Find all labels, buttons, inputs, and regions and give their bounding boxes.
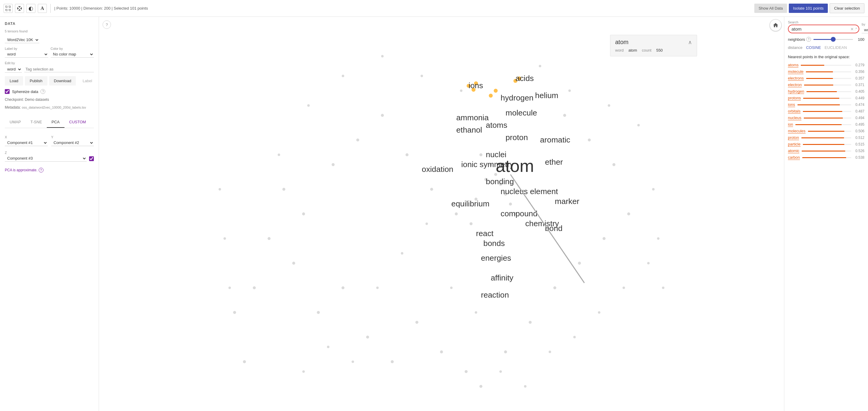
nearest-word-14[interactable]: carbon	[788, 155, 800, 160]
nearest-bar-wrap-11	[801, 138, 851, 138]
tag-input[interactable]	[24, 66, 94, 72]
edit-by-select[interactable]: word	[5, 66, 22, 72]
pca-help-icon[interactable]: ?	[39, 168, 43, 173]
svg-point-34	[302, 370, 305, 373]
metadata-value: oss_data/word2vec_10000_200d_labels.tsv	[22, 106, 86, 109]
nearest-bar-wrap-1	[806, 71, 851, 72]
by-select[interactable]: word	[862, 27, 868, 33]
tab-custom[interactable]: CUSTOM	[64, 117, 91, 128]
svg-point-13	[302, 212, 305, 215]
nearest-word-2[interactable]: electrons	[788, 76, 804, 81]
neighbors-help-icon[interactable]: ?	[806, 37, 811, 42]
neighbors-value: 100	[856, 37, 864, 42]
publish-button[interactable]: Publish	[25, 76, 48, 86]
nearest-word-3[interactable]: electron	[788, 83, 802, 87]
sphereize-checkbox[interactable]	[5, 89, 9, 94]
label-icon[interactable]: A	[38, 4, 47, 13]
tab-tsne[interactable]: T-SNE	[26, 117, 47, 128]
svg-point-4	[342, 286, 345, 289]
nearest-word-1[interactable]: molecule	[788, 69, 804, 74]
contrast-icon[interactable]: ◐	[26, 4, 35, 13]
atom-popup-word-key: word	[615, 48, 624, 53]
nearest-word-13[interactable]: atomic	[788, 148, 799, 153]
component-grid: X Component #1 Y Component #2	[5, 135, 94, 146]
y-label: Y	[51, 135, 94, 139]
distance-cosine[interactable]: COSINE	[806, 45, 821, 50]
svg-point-80	[657, 237, 659, 240]
word-oxidation: oxidation	[422, 165, 453, 174]
nearest-word-10[interactable]: molecules	[788, 129, 806, 134]
nearest-word-4[interactable]: hydrogen	[788, 89, 804, 94]
night-mode-icon[interactable]	[15, 4, 24, 13]
x-label: X	[5, 135, 48, 139]
z-checkbox[interactable]	[89, 156, 94, 161]
nearest-word-0[interactable]: atoms	[788, 63, 798, 67]
nearest-bar-wrap-10	[808, 131, 851, 132]
sphereize-help-icon[interactable]: ?	[40, 89, 45, 94]
nearest-score-8: 0.494	[854, 116, 864, 120]
show-all-button[interactable]: Show All Data	[754, 4, 787, 13]
svg-point-8	[268, 237, 271, 240]
svg-point-49	[278, 154, 280, 156]
nearest-bar-0	[801, 65, 824, 66]
selection-icon[interactable]	[4, 4, 12, 13]
svg-point-48	[647, 262, 650, 264]
topbar-right: Show All Data Isolate 101 points Clear s…	[754, 3, 864, 13]
nearest-item: electron 0.371	[788, 83, 864, 87]
neighbors-slider[interactable]	[813, 39, 853, 40]
word-ethanol: ethanol	[456, 125, 482, 135]
word-atom: atom	[496, 156, 534, 176]
tensors-found: 5 tensors found	[5, 29, 94, 33]
word-bonds: bonds	[484, 239, 505, 248]
checkpoint-row: Checkpoint: Demo datasets	[5, 97, 94, 102]
scatter-plot[interactable]: .dot { fill: rgba(150,150,150,0.35); } .…	[99, 17, 784, 411]
search-clear-icon[interactable]: ✕	[850, 26, 855, 32]
nearest-word-7[interactable]: orbitals	[788, 109, 801, 114]
nearest-word-8[interactable]: nucleus	[788, 116, 801, 120]
nearest-item: hydrogen 0.405	[788, 89, 864, 94]
svg-point-29	[233, 311, 236, 314]
isolate-button[interactable]: Isolate 101 points	[789, 4, 828, 13]
nearest-bar-11	[801, 138, 844, 138]
x-select[interactable]: Component #1	[5, 140, 48, 146]
atom-popup-count-key: count	[642, 48, 651, 53]
svg-point-54	[460, 89, 463, 92]
z-select[interactable]: Component #3	[5, 155, 87, 162]
pca-approximate-row: PCA is approximate. ?	[5, 168, 94, 173]
dataset-select[interactable]: Word2Vec 10K	[5, 37, 39, 43]
nearest-word-6[interactable]: ions	[788, 102, 795, 107]
nearest-bar-wrap-6	[798, 105, 851, 105]
svg-point-47	[623, 287, 625, 289]
y-select[interactable]: Component #2	[51, 140, 94, 146]
download-button[interactable]: Download	[49, 76, 76, 86]
nearest-word-11[interactable]: proton	[788, 135, 799, 140]
label-by-label: Label by	[5, 47, 48, 50]
nearest-score-9: 0.495	[854, 122, 864, 126]
atom-popup-chevron[interactable]: ∧	[688, 39, 692, 46]
nearest-word-12[interactable]: particle	[788, 142, 801, 147]
action-buttons: Load Publish Download Label	[5, 76, 94, 86]
color-by-select[interactable]: No color map	[51, 51, 94, 58]
distance-euclidean[interactable]: EUCLIDEAN	[825, 45, 847, 50]
load-button[interactable]: Load	[5, 76, 23, 86]
nearest-bar-wrap-8	[804, 118, 851, 118]
word-nucleus: nucleus element	[501, 187, 558, 196]
tab-umap[interactable]: UMAP	[5, 117, 26, 128]
label-color-row: Label by word Color by No color map	[5, 47, 94, 58]
z-component-row: Z Component #3	[5, 151, 94, 162]
nearest-word-9[interactable]: ion	[788, 122, 793, 127]
nearest-bar-9	[796, 124, 841, 125]
svg-point-26	[602, 237, 606, 240]
svg-point-43	[524, 385, 526, 388]
word-react: react	[476, 229, 494, 238]
search-input[interactable]	[790, 26, 850, 32]
label-by-select[interactable]: word	[5, 51, 48, 58]
canvas-area[interactable]: ? .dot { fill: rgba(150,150,150,0.35); }…	[99, 17, 784, 411]
tab-pca[interactable]: PCA	[47, 117, 64, 128]
svg-point-40	[450, 287, 453, 289]
nearest-word-5[interactable]: protons	[788, 96, 801, 100]
z-label: Z	[5, 151, 87, 154]
clear-selection-button[interactable]: Clear selection	[830, 3, 864, 13]
label-button[interactable]: Label	[78, 76, 97, 86]
topbar-left: ◐ A | Points: 10000 | Dimension: 200 | S…	[4, 4, 148, 13]
